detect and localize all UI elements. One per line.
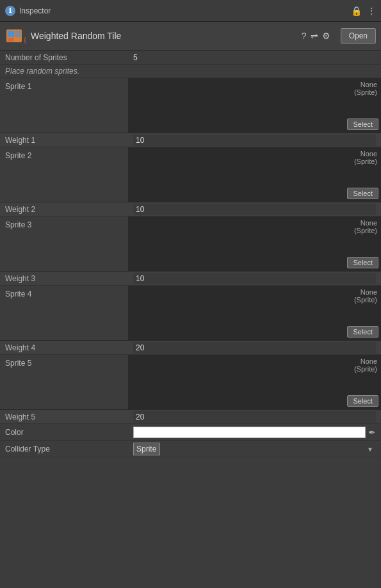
pipette-icon[interactable]: ✒ bbox=[368, 427, 376, 437]
sprite-5-row: Sprite 5 None (Sprite) Select bbox=[0, 355, 381, 410]
sprite-5-label: Sprite 5 bbox=[0, 355, 128, 409]
color-label: Color bbox=[5, 428, 133, 437]
tab-left: ℹ Inspector bbox=[5, 6, 51, 16]
lock-icon[interactable]: 🔒 bbox=[351, 6, 362, 15]
sprite-3-select-button[interactable]: Select bbox=[347, 257, 378, 268]
weight-4-input[interactable] bbox=[133, 342, 376, 354]
sprite-3-none-label: None (Sprite) bbox=[354, 219, 377, 234]
weight-3-label: Weight 3 bbox=[5, 274, 133, 283]
open-button[interactable]: Open bbox=[341, 28, 376, 44]
sprite-4-preview: None (Sprite) Select bbox=[128, 286, 381, 340]
sprite-4-row: Sprite 4 None (Sprite) Select bbox=[0, 286, 381, 341]
help-icon[interactable]: ? bbox=[302, 31, 307, 40]
sprite-4-none-label: None (Sprite) bbox=[354, 288, 377, 304]
weight-4-row: Weight 4 bbox=[0, 341, 381, 355]
description-text: Place random sprites. bbox=[5, 67, 79, 76]
sprite-1-select-button[interactable]: Select bbox=[347, 118, 378, 130]
collider-type-label: Collider Type bbox=[5, 445, 133, 453]
sprite-1-none-label: None (Sprite) bbox=[354, 81, 377, 96]
asset-info: { Weighted Random Tile bbox=[5, 26, 121, 46]
color-picker-box[interactable] bbox=[133, 427, 366, 438]
asset-title: Weighted Random Tile bbox=[31, 31, 121, 41]
weight-2-input[interactable] bbox=[133, 204, 376, 215]
sprite-2-label: Sprite 2 bbox=[0, 147, 128, 202]
collider-type-select[interactable]: Sprite Grid None bbox=[133, 443, 160, 455]
svg-rect-2 bbox=[15, 31, 21, 37]
weight-3-input[interactable] bbox=[133, 273, 376, 284]
weight-3-row: Weight 3 bbox=[0, 272, 381, 286]
weight-2-row: Weight 2 bbox=[0, 202, 381, 216]
sprite-3-preview: None (Sprite) Select bbox=[128, 216, 381, 271]
weight-1-row: Weight 1 bbox=[0, 133, 381, 147]
color-row: Color ✒ bbox=[0, 424, 381, 441]
tab-right: 🔒 ⋮ bbox=[351, 6, 376, 15]
sprite-2-row: Sprite 2 None (Sprite) Select bbox=[0, 147, 381, 202]
inspector-tab: ℹ Inspector 🔒 ⋮ bbox=[0, 0, 381, 22]
sprite-5-none-label: None (Sprite) bbox=[354, 357, 377, 373]
sprite-2-select-button[interactable]: Select bbox=[347, 188, 378, 199]
asset-header: { Weighted Random Tile ? ⇌ ⚙ Open bbox=[0, 22, 381, 51]
weight-5-input[interactable] bbox=[133, 411, 376, 423]
sprite-2-none-label: None (Sprite) bbox=[354, 150, 377, 165]
weight-5-row: Weight 5 bbox=[0, 410, 381, 424]
asset-icon-buttons: ? ⇌ ⚙ bbox=[302, 28, 336, 44]
number-of-sprites-label: Number of Sprites bbox=[5, 53, 133, 62]
sprite-5-preview: None (Sprite) Select bbox=[128, 355, 381, 409]
sprite-1-row: Sprite 1 None (Sprite) Select bbox=[0, 78, 381, 133]
weighted-random-tile-icon: { bbox=[5, 26, 26, 46]
collider-type-row: Collider Type Sprite Grid None bbox=[0, 441, 381, 457]
weight-1-label: Weight 1 bbox=[5, 136, 133, 145]
svg-rect-3 bbox=[8, 38, 14, 42]
svg-text:{: { bbox=[23, 37, 26, 44]
collider-type-select-wrapper: Sprite Grid None bbox=[133, 443, 376, 455]
description-row: Place random sprites. bbox=[0, 65, 381, 78]
properties-panel: Number of Sprites 5 Place random sprites… bbox=[0, 51, 381, 457]
sprite-1-preview: None (Sprite) Select bbox=[128, 78, 381, 133]
sprite-2-preview: None (Sprite) Select bbox=[128, 147, 381, 202]
sprite-4-label: Sprite 4 bbox=[0, 286, 128, 340]
sprite-3-row: Sprite 3 None (Sprite) Select bbox=[0, 216, 381, 272]
sprite-1-label: Sprite 1 bbox=[0, 78, 128, 133]
weight-1-input[interactable] bbox=[133, 135, 376, 146]
info-icon: ℹ bbox=[5, 6, 15, 16]
svg-rect-1 bbox=[8, 31, 14, 37]
layout-icon[interactable]: ⇌ bbox=[311, 31, 318, 40]
menu-icon[interactable]: ⋮ bbox=[367, 6, 376, 15]
sprite-5-select-button[interactable]: Select bbox=[347, 395, 378, 407]
weight-4-label: Weight 4 bbox=[5, 343, 133, 352]
color-value-area: ✒ bbox=[133, 427, 376, 438]
asset-actions: ? ⇌ ⚙ Open bbox=[302, 28, 376, 44]
inspector-tab-label: Inspector bbox=[19, 6, 51, 15]
number-of-sprites-value: 5 bbox=[133, 53, 376, 62]
gear-icon[interactable]: ⚙ bbox=[322, 31, 330, 40]
sprite-3-label: Sprite 3 bbox=[0, 216, 128, 271]
sprite-4-select-button[interactable]: Select bbox=[347, 326, 378, 338]
weight-5-label: Weight 5 bbox=[5, 412, 133, 421]
weight-2-label: Weight 2 bbox=[5, 205, 133, 214]
number-of-sprites-row: Number of Sprites 5 bbox=[0, 51, 381, 65]
